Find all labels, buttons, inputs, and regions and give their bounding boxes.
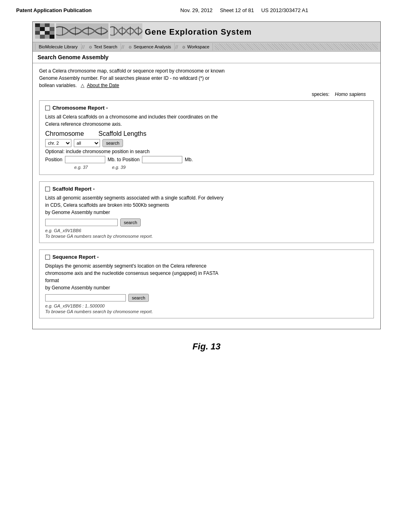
svg-rect-9 [35,31,40,35]
patent-date: Nov. 29, 2012 [180,7,213,13]
eg-37: e.g. 37 [74,165,88,170]
scaffold-report-title-text: Scaffold Report - [52,186,95,192]
nav-sequence[interactable]: ☼ Sequence Analysis [125,43,175,50]
position-examples: e.g. 37 e.g. 39 [74,165,368,170]
optional-label: Optional: include chromosome position in… [45,149,368,154]
chromosome-desc-1: Lists all Celera scaffolds on a chromoso… [45,113,368,121]
sequence-desc-4: by Genome Assembly number [45,284,368,291]
intro-line2: Genome Assembly number. For all searches… [39,75,374,82]
intro-text: Get a Celera chromosome map, scaffold or… [39,67,374,89]
scaffold-desc-1: Lists all genomic assembly segments asso… [45,194,368,202]
page-title-bar: Search Genome Assembly [33,52,380,63]
species-line: species: Homo sapiens [39,91,374,97]
nav-biomolecule-label: BioMolecule Library [39,44,78,49]
svg-rect-12 [50,31,54,35]
figure-caption-text: Fig. 13 [192,341,221,351]
chromosome-select[interactable]: chr. 2 [45,139,71,147]
species-value: Homo sapiens [335,91,366,97]
app-title: Gene Exploration System [145,27,252,37]
page-title: Search Genome Assembly [38,54,108,60]
nav-workspace-icon: ☼ [181,44,186,50]
scaffold-controls: search [45,218,368,227]
nav-sep-2: // [121,44,124,50]
intro-line3: bollean variables. △ About the Date [39,82,374,89]
main-content: Gene Exploration System BioMolecule Libr… [0,17,413,372]
chromosome-controls: chr. 2 all search [45,139,368,147]
svg-rect-10 [40,31,45,35]
sequence-input[interactable] [45,294,126,301]
patent-header-left: Patent Application Publication [16,7,92,13]
svg-rect-1 [35,23,40,27]
sequence-desc: Displays the genomic assembly segment's … [45,262,368,291]
nav-text-search[interactable]: ☼ Text Search [85,43,121,50]
scaffold-desc-3: by Genome Assembly number [45,209,368,216]
intro-line1: Get a Celera chromosome map, scaffold or… [39,67,374,75]
nav-workspace-label: Workspace [187,44,209,49]
position-to-input[interactable] [142,156,182,163]
nav-text-search-icon: ☼ [88,44,93,50]
svg-rect-5 [35,27,40,31]
about-link[interactable]: About the Date [87,83,119,88]
patent-header: Patent Application Publication Nov. 29, … [0,0,413,17]
mb-label-1: Mb. to Position [108,157,140,162]
scaffold-checkbox[interactable] [45,187,50,191]
mb-label-2: Mb. [185,157,193,162]
app-screenshot: Gene Exploration System BioMolecule Libr… [32,21,381,329]
svg-rect-4 [50,23,54,27]
scaffold-example: e.g. GA_x9V1BB6 [45,228,368,233]
svg-rect-8 [50,27,54,31]
sequence-desc-3: format [45,277,368,284]
scaffold-select[interactable]: all [74,139,100,147]
nav-sequence-label: Sequence Analysis [133,44,171,49]
chromosome-checkbox[interactable] [45,106,50,110]
sequence-desc-1: Displays the genomic assembly segment's … [45,262,368,270]
position-row: Position Mb. to Position Mb. [45,156,368,163]
patent-left-label: Patent Application Publication [16,7,92,13]
figure-caption: Fig. 13 [32,341,381,360]
species-label: species: [312,91,330,97]
sequence-desc-2: chromosome axis and the nucleotide conse… [45,270,368,277]
svg-rect-13 [35,35,40,39]
dna-graphic-2 [110,23,142,40]
patent-right-info: US 2012/303472 A1 [261,7,308,13]
app-logo [35,23,54,40]
svg-rect-6 [40,27,45,31]
chromosome-search-button[interactable]: search [102,139,123,147]
info-icon: △ [81,83,84,88]
scaffold-report-section: Scaffold Report - Lists all genomic asse… [39,181,374,243]
chromosome-desc: Lists all Celera scaffolds on a chromoso… [45,113,368,128]
nav-sequence-icon: ☼ [128,44,132,50]
sequence-report-title-text: Sequence Report - [52,254,99,260]
scaffold-col-label: Scaffold Lengths [98,130,146,137]
sequence-browse: To browse GA numbers search by chromosom… [45,309,368,314]
scaffold-input[interactable] [45,219,118,226]
nav-sep-1: // [82,44,85,50]
svg-rect-2 [40,23,45,27]
sequence-checkbox[interactable] [45,255,50,260]
nav-hatch [215,44,378,50]
sequence-example: e.g. GA_x9V1BB6 : 1..500000 [45,303,368,308]
nav-biomolecule[interactable]: BioMolecule Library [35,44,81,50]
svg-rect-16 [50,35,54,39]
sequence-report-title: Sequence Report - [45,254,368,260]
intro-line3-text: bollean variables. [39,83,77,88]
scaffold-report-title: Scaffold Report - [45,186,368,192]
chromosome-report-title-text: Chromosome Report - [52,105,108,111]
sequence-report-section: Sequence Report - Displays the genomic a… [39,249,374,318]
svg-rect-11 [45,31,50,35]
nav-workspace[interactable]: ☼ Workspace [178,43,213,50]
nav-text-search-label: Text Search [94,44,117,49]
app-nav: BioMolecule Library // ☼ Text Search // … [33,42,380,52]
sequence-controls: search [45,294,368,302]
chromosome-report-title: Chromosome Report - [45,105,368,111]
svg-rect-3 [45,23,50,27]
optional-label-text: Optional: include chromosome position in… [45,149,150,154]
position-from-input[interactable] [65,156,105,163]
sequence-search-button[interactable]: search [128,294,149,302]
svg-rect-7 [45,27,50,31]
position-label: Position [45,157,63,162]
app-body: Get a Celera chromosome map, scaffold or… [33,63,380,329]
scaffold-desc-2: in CDS, Celera scaffolds are broken into… [45,202,368,209]
scaffold-search-button[interactable]: search [120,218,141,227]
eg-39: e.g. 39 [112,165,126,170]
